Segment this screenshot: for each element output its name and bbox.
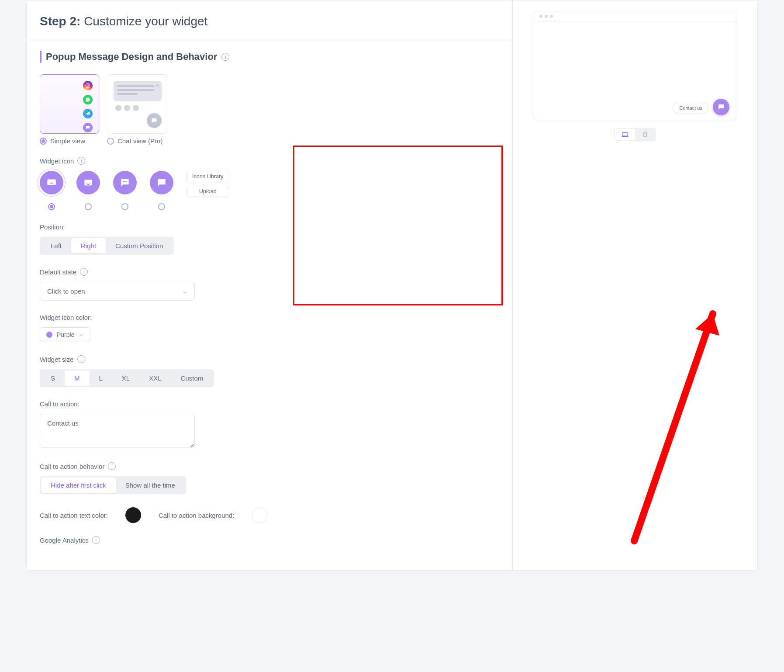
cta-text-color-label: Call to action text color: xyxy=(40,512,108,519)
size-xxl[interactable]: XXL xyxy=(139,371,171,386)
svg-point-4 xyxy=(123,181,124,182)
size-xl[interactable]: XL xyxy=(112,371,139,386)
default-state-label: Default state xyxy=(40,268,76,276)
svg-point-5 xyxy=(124,181,126,182)
section-title: Popup Message Design and Behavior xyxy=(46,51,217,62)
close-icon: × xyxy=(156,83,159,89)
chevron-down-icon xyxy=(182,289,187,294)
upload-button[interactable]: Upload xyxy=(187,186,229,197)
icon-color-select[interactable]: Purple xyxy=(40,327,90,342)
cta-text-color-swatch[interactable] xyxy=(125,507,141,523)
cta-label: Call to action: xyxy=(40,400,79,408)
preview-chat-button xyxy=(713,99,729,115)
laptop-icon xyxy=(621,132,629,138)
icons-library-button[interactable]: Icons Library xyxy=(187,171,229,182)
info-icon[interactable]: i xyxy=(77,355,85,363)
chat-bubble-icon xyxy=(147,113,162,128)
icon-color-label: Widget icon color: xyxy=(40,314,92,321)
chat-icon xyxy=(83,123,93,132)
chat-view-card[interactable]: × xyxy=(108,74,167,134)
default-state-select[interactable]: Click to open xyxy=(40,282,195,301)
cta-bg-color-label: Call to action background: xyxy=(159,512,234,519)
section-title-row: Popup Message Design and Behavior i xyxy=(40,51,499,63)
preview-window-header xyxy=(534,11,736,22)
info-icon[interactable]: i xyxy=(108,462,116,470)
svg-rect-3 xyxy=(47,179,56,185)
preview-window: Contact us xyxy=(534,11,736,120)
widget-icon-option-4[interactable] xyxy=(150,171,173,210)
size-l[interactable]: L xyxy=(90,371,112,386)
device-mobile[interactable] xyxy=(635,129,655,140)
cta-show-always[interactable]: Show all the time xyxy=(116,478,185,493)
size-segmented: S M L XL XXL Custom xyxy=(40,369,214,387)
svg-point-2 xyxy=(89,84,89,85)
instagram-icon xyxy=(83,81,93,90)
info-icon[interactable]: i xyxy=(77,157,85,165)
telegram-icon xyxy=(83,109,93,118)
annotation-arrow xyxy=(630,305,726,545)
cta-textarea[interactable] xyxy=(40,414,195,448)
section-bar xyxy=(40,51,41,63)
info-icon[interactable]: i xyxy=(80,268,88,276)
svg-rect-7 xyxy=(622,133,628,136)
simple-view-radio[interactable]: Simple view xyxy=(40,137,85,145)
widget-icon-option-1[interactable] xyxy=(40,171,63,210)
chevron-down-icon xyxy=(79,332,84,337)
size-custom[interactable]: Custom xyxy=(171,371,213,386)
info-icon[interactable]: i xyxy=(221,53,229,61)
info-icon[interactable]: i xyxy=(92,536,100,544)
cta-behavior-segmented: Hide after first click Show all the time xyxy=(40,476,186,494)
cta-behavior-label: Call to action behavior xyxy=(40,463,104,470)
position-custom[interactable]: Custom Position xyxy=(106,238,173,253)
size-s[interactable]: S xyxy=(41,371,65,386)
design-type-cards: × xyxy=(40,74,499,134)
widget-icon-label: Widget icon xyxy=(40,157,74,165)
widget-icon-option-2[interactable] xyxy=(76,171,100,210)
svg-point-6 xyxy=(126,181,127,182)
cta-bg-color-swatch[interactable] xyxy=(252,507,267,523)
step-title: Step 2: Customize your widget xyxy=(40,14,499,28)
mobile-icon xyxy=(641,132,649,138)
position-segmented: Left Right Custom Position xyxy=(40,237,174,255)
step-header: Step 2: Customize your widget xyxy=(27,0,512,39)
whatsapp-icon xyxy=(83,95,93,104)
widget-icon-option-3[interactable] xyxy=(113,171,137,210)
position-right[interactable]: Right xyxy=(71,238,106,253)
widget-size-label: Widget size xyxy=(40,356,74,363)
simple-view-card[interactable] xyxy=(40,74,99,134)
size-m[interactable]: M xyxy=(65,371,90,386)
chat-view-radio[interactable]: Chat view (Pro) xyxy=(107,137,162,145)
svg-point-1 xyxy=(87,85,89,87)
analytics-label: Google Analytics xyxy=(40,537,89,544)
position-left[interactable]: Left xyxy=(41,238,71,253)
cta-hide-after-click[interactable]: Hide after first click xyxy=(41,478,116,493)
preview-cta-bubble: Contact us xyxy=(673,103,709,113)
device-desktop[interactable] xyxy=(615,129,635,140)
position-label: Position: xyxy=(40,223,65,231)
device-segmented xyxy=(614,128,656,141)
